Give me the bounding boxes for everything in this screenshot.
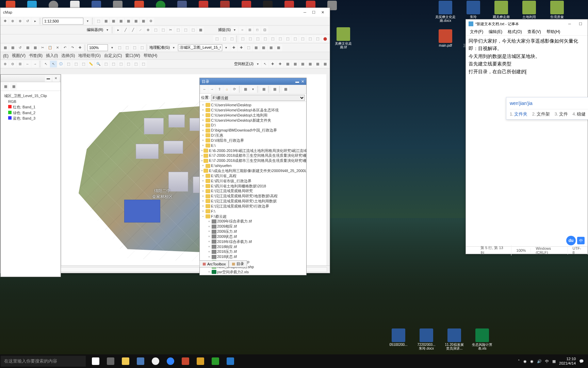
tool-btn[interactable]: ⬚: [132, 61, 139, 67]
tool-btn[interactable]: ⬚: [277, 35, 283, 42]
tree-item[interactable]: +C:\Users\Home\Desktop: [200, 103, 306, 108]
expand-icon[interactable]: +: [207, 234, 211, 239]
desktop-file-icon[interactable]: 11.20拟发展党员演讲...: [444, 328, 465, 350]
expand-icon[interactable]: +: [207, 219, 211, 224]
ime-candidate[interactable]: 4.稳健: [573, 111, 586, 118]
tool-btn[interactable]: ▦: [292, 61, 298, 67]
tree-item[interactable]: −F:\蔡云超: [200, 214, 306, 219]
tree-item[interactable]: +C:\Users\Home\Desktop\各区县生态环境: [200, 108, 306, 113]
expand-icon[interactable]: +: [201, 174, 205, 178]
tray-icon[interactable]: 🔊: [537, 359, 542, 364]
expand-icon[interactable]: +: [201, 209, 205, 213]
connect-icon[interactable]: ▦: [260, 86, 267, 93]
tool-btn[interactable]: ▦: [307, 61, 313, 67]
fwd-icon[interactable]: →: [209, 86, 215, 93]
tool-btn[interactable]: ⚙: [147, 18, 154, 25]
chrome-button[interactable]: [148, 354, 163, 368]
expand-icon[interactable]: +: [201, 184, 205, 188]
expand-icon[interactable]: +: [201, 108, 205, 112]
tool-btn[interactable]: □: [254, 27, 261, 33]
expand-icon[interactable]: +: [201, 149, 203, 153]
tree-item[interactable]: +E:\四川省市级_行政边界: [200, 179, 306, 184]
tool-btn[interactable]: ⬚: [131, 44, 138, 51]
minimize-button[interactable]: ─: [565, 20, 574, 27]
tool-btn[interactable]: ▦: [32, 44, 38, 51]
expand-icon[interactable]: −: [201, 214, 205, 218]
close-icon[interactable]: ✕: [301, 79, 304, 84]
desktop-file-icon[interactable]: 羌彝文化走廊.tif: [333, 27, 354, 49]
tree-item[interactable]: +2009相应.tif: [200, 224, 306, 229]
tree-item[interactable]: +E:\沱江流域景观格局研究\地形数据\高程: [200, 194, 306, 199]
expand-icon[interactable]: +: [201, 118, 205, 122]
tool-btn[interactable]: ✂: [167, 27, 174, 33]
expand-icon[interactable]: +: [201, 159, 203, 163]
tool-btn[interactable]: ⟋: [137, 27, 144, 33]
expand-icon[interactable]: +: [201, 128, 205, 133]
tree-item[interactable]: +E:\7-2000-2018成都市三生空间格局及生境质量演化研究\栅格矢: [200, 153, 306, 158]
tool-btn[interactable]: ⬚: [182, 27, 189, 33]
tool-btn[interactable]: 📋: [47, 44, 53, 51]
tool-btn[interactable]: ▦: [253, 44, 260, 51]
menu-item[interactable]: 视图(V): [12, 53, 26, 59]
refresh-icon[interactable]: ⟳: [231, 86, 238, 93]
tool-btn[interactable]: ▦: [10, 83, 17, 90]
tool-btn[interactable]: ⬚: [221, 35, 228, 42]
tool-btn[interactable]: ⬚: [245, 44, 252, 51]
menu-item[interactable]: 自定义(C): [104, 53, 122, 59]
desktop-file-icon[interactable]: main.pdf: [435, 29, 456, 47]
tool-btn[interactable]: ✚: [269, 61, 276, 67]
desktop-file-icon[interactable]: 羌笑彝文化走廊.docx: [435, 1, 456, 22]
maximize-button[interactable]: ☐: [309, 9, 318, 16]
tool-btn[interactable]: ▦: [260, 44, 267, 51]
notepad-titlebar[interactable]: *新建文本文档.txt - 记事本 ─ ☐: [466, 19, 588, 28]
taskview-button[interactable]: [103, 354, 118, 368]
dropdown-icon[interactable]: ▾: [104, 27, 111, 33]
expand-icon[interactable]: +: [201, 204, 205, 208]
tool-btn[interactable]: ↖: [43, 61, 49, 67]
tool-btn[interactable]: ▦: [2, 83, 9, 90]
expand-icon[interactable]: +: [201, 103, 205, 107]
tool-btn[interactable]: ▦: [299, 61, 306, 67]
tool-btn[interactable]: ▦: [322, 61, 328, 67]
dropdown-icon[interactable]: ▾: [231, 27, 238, 33]
tool-btn[interactable]: ✥: [2, 18, 9, 25]
tool-btn[interactable]: ▾: [109, 44, 115, 51]
tool-btn[interactable]: ⬚: [117, 61, 124, 67]
app-button[interactable]: [193, 354, 208, 368]
dropdown-icon[interactable]: ▾: [254, 61, 261, 67]
tool-btn[interactable]: ⬚: [160, 27, 166, 33]
tool-btn[interactable]: ⬚: [72, 61, 79, 67]
tool-btn[interactable]: ⬤: [322, 35, 328, 42]
tool-btn[interactable]: ⊕: [17, 18, 23, 25]
tool-btn[interactable]: ⬚: [247, 35, 254, 42]
tool-btn[interactable]: ▦: [9, 44, 16, 51]
tree-item[interactable]: +2018响应.tif: [200, 244, 306, 249]
tree-item[interactable]: +psr空间承载力3.xls: [200, 275, 306, 275]
tool-btn[interactable]: ✕: [54, 44, 61, 51]
tool-btn[interactable]: ⬚: [307, 35, 313, 42]
tree-item[interactable]: +D:\互惠: [200, 133, 306, 138]
expand-icon[interactable]: +: [207, 229, 211, 233]
menu-item[interactable]: 插入(I): [46, 53, 58, 59]
back-icon[interactable]: ←: [201, 86, 208, 93]
tool-btn[interactable]: ▦: [140, 18, 147, 25]
tool-btn[interactable]: ▦: [110, 18, 117, 25]
ime-candidate[interactable]: 2.文件架: [532, 111, 550, 118]
tool-btn[interactable]: ⬚: [102, 61, 109, 67]
tree-item[interactable]: +E:\四川省土地利用栅格数据\2018: [200, 184, 306, 189]
dropdown-icon[interactable]: ▾: [249, 86, 256, 93]
tool-btn[interactable]: ↶: [62, 44, 68, 51]
tool-btn[interactable]: ▾: [84, 18, 91, 25]
zoom-input[interactable]: [87, 44, 108, 51]
tool-btn[interactable]: ↖: [262, 61, 268, 67]
tool-btn[interactable]: ▦: [197, 27, 204, 33]
up-icon[interactable]: ⇧: [216, 86, 223, 93]
tool-btn[interactable]: ▦: [117, 18, 124, 25]
expand-icon[interactable]: +: [201, 194, 205, 198]
expand-icon[interactable]: +: [207, 270, 211, 274]
tool-btn[interactable]: ⬚: [124, 44, 130, 51]
tool-btn[interactable]: ⬚: [292, 35, 298, 42]
capture-label[interactable]: 捕捉(S): [218, 27, 231, 32]
tab-catalog[interactable]: ▦目录: [229, 260, 247, 267]
tool-btn[interactable]: ⬚: [80, 61, 87, 67]
